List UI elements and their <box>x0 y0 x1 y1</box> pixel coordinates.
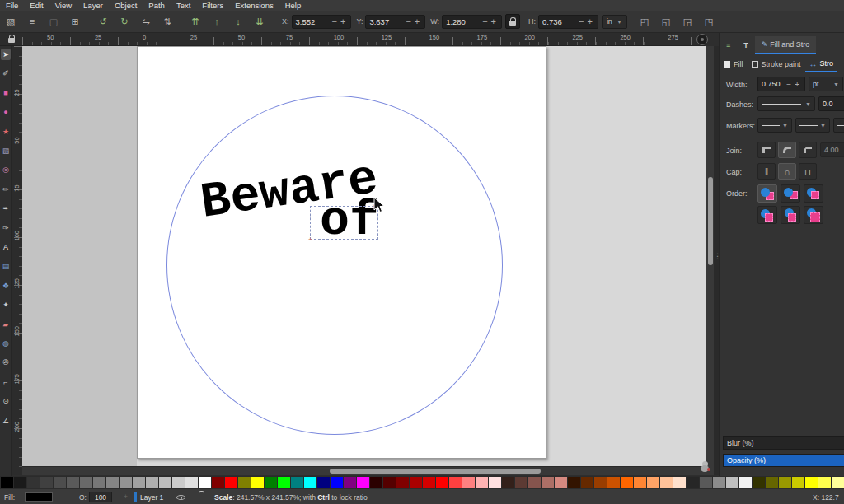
menu-text[interactable]: Text <box>171 0 196 11</box>
y-spinbox[interactable]: 3.637 − + <box>365 15 425 29</box>
palette-swatch[interactable] <box>568 477 580 488</box>
miter-limit-field[interactable]: 4.00 <box>820 142 844 157</box>
palette-swatch[interactable] <box>1 477 13 488</box>
palette-swatch[interactable] <box>489 477 501 488</box>
palette-swatch[interactable] <box>357 477 369 488</box>
rotate-ccw-icon[interactable]: ↺ <box>95 14 111 29</box>
palette-swatch[interactable] <box>212 477 224 488</box>
horizontal-scrollbar[interactable] <box>22 466 706 475</box>
w-increment-icon[interactable]: + <box>490 16 498 26</box>
palette-swatch[interactable] <box>515 477 528 488</box>
horizontal-scrollbar-thumb[interactable] <box>330 469 541 474</box>
stroke-width-value[interactable]: 0.750 <box>762 80 785 88</box>
menu-extensions[interactable]: Extensions <box>229 0 279 11</box>
horizontal-ruler[interactable]: 50250255075100125150175200225250275 <box>22 33 705 46</box>
box3d-tool[interactable]: ▧ <box>1 145 11 156</box>
palette-swatch[interactable] <box>594 477 607 488</box>
join-round-button[interactable] <box>778 142 796 158</box>
palette-swatch[interactable] <box>528 477 541 488</box>
palette-swatch[interactable] <box>238 477 251 488</box>
measure-tool[interactable]: ∠ <box>1 415 11 427</box>
palette-swatch[interactable] <box>660 477 673 488</box>
zoom-tool[interactable]: ⊙ <box>1 395 11 407</box>
order-option-button[interactable] <box>804 206 823 224</box>
palette-swatch[interactable] <box>739 477 752 488</box>
palette-swatch[interactable] <box>317 477 330 488</box>
join-miter-button[interactable] <box>757 142 776 158</box>
palette-swatch[interactable] <box>621 477 633 488</box>
palette-swatch[interactable] <box>410 477 422 488</box>
marker-start-dropdown[interactable]: ▼ <box>757 118 792 133</box>
palette-swatch[interactable] <box>80 477 92 488</box>
x-decrement-icon[interactable]: − <box>331 16 339 26</box>
opacity-decrement-icon[interactable]: − <box>115 492 120 501</box>
text-tool[interactable]: A <box>1 241 11 253</box>
h-spinbox[interactable]: 0.736 − + <box>538 15 598 29</box>
palette-swatch[interactable] <box>700 477 712 488</box>
vertical-ruler[interactable]: 255075100125150175200 <box>12 46 22 475</box>
menu-file[interactable]: File <box>0 0 24 11</box>
stroke-width-spinbox[interactable]: 0.750 − + <box>757 77 805 91</box>
palette-swatch[interactable] <box>344 477 356 488</box>
palette-swatch[interactable] <box>331 477 343 488</box>
menu-path[interactable]: Path <box>143 0 171 11</box>
menu-layer[interactable]: Layer <box>77 0 109 11</box>
join-bevel-button[interactable] <box>799 142 817 158</box>
move-patterns-toggle-icon[interactable]: ◳ <box>701 14 717 29</box>
palette-swatch[interactable] <box>805 477 818 488</box>
stroke-width-unit-dropdown[interactable]: pt ▼ <box>809 77 843 91</box>
palette-swatch[interactable] <box>291 477 303 488</box>
pencil-tool[interactable]: ✏ <box>1 184 11 195</box>
eraser-tool[interactable]: ▰ <box>1 319 11 330</box>
palette-swatch[interactable] <box>225 477 237 488</box>
lower-icon[interactable]: ↓ <box>230 14 246 29</box>
palette-swatch[interactable] <box>67 477 79 488</box>
palette-swatch[interactable] <box>647 477 659 488</box>
tab-swatches[interactable]: ≡ <box>720 36 737 54</box>
palette-swatch[interactable] <box>713 477 725 488</box>
order-option-button[interactable] <box>757 206 777 224</box>
unit-dropdown[interactable]: in ▼ <box>602 15 627 29</box>
rectangle-tool[interactable]: ■ <box>1 87 11 99</box>
palette-swatch[interactable] <box>687 477 699 488</box>
menu-filters[interactable]: Filters <box>196 0 229 11</box>
palette-swatch[interactable] <box>607 477 620 488</box>
palette-swatch[interactable] <box>14 477 26 488</box>
dash-offset-field[interactable]: 0.0 <box>818 96 844 111</box>
palette-swatch[interactable] <box>383 477 396 488</box>
palette-swatch[interactable] <box>27 477 40 488</box>
palette-swatch[interactable] <box>199 477 211 488</box>
palette-swatch[interactable] <box>792 477 804 488</box>
spray-tool[interactable]: ✦ <box>1 299 11 310</box>
vertical-scrollbar[interactable] <box>706 46 714 475</box>
fill-tool[interactable]: ◍ <box>1 338 11 349</box>
palette-swatch[interactable] <box>818 477 831 488</box>
palette-swatch[interactable] <box>185 477 198 488</box>
palette-swatch[interactable] <box>542 477 554 488</box>
x-spinbox[interactable]: 3.552 − + <box>292 15 352 29</box>
palette-swatch[interactable] <box>40 477 53 488</box>
subtab-fill[interactable]: Fill <box>720 56 748 72</box>
opacity-slider[interactable]: Opacity (%) <box>723 454 844 467</box>
palette-swatch[interactable] <box>766 477 778 488</box>
palette-swatch[interactable] <box>278 477 290 488</box>
h-increment-icon[interactable]: + <box>585 16 593 26</box>
h-value[interactable]: 0.736 <box>542 17 577 26</box>
y-value[interactable]: 3.637 <box>369 17 404 26</box>
gradient-tool[interactable]: ▤ <box>1 260 11 272</box>
fill-color-swatch[interactable] <box>25 492 53 502</box>
dropper-tool[interactable]: ✇ <box>1 357 11 368</box>
selector-tool[interactable]: ➤ <box>1 49 11 60</box>
calligraphy-tool[interactable]: ✑ <box>1 222 11 234</box>
palette-swatch[interactable] <box>159 477 171 488</box>
cap-square-button[interactable]: ⊓ <box>799 163 817 180</box>
order-option-button[interactable] <box>757 184 777 203</box>
scale-corners-toggle-icon[interactable]: ◱ <box>658 14 674 29</box>
dash-offset-value[interactable]: 0.0 <box>823 100 844 108</box>
subtab-stroke-style[interactable]: ↔Stro <box>805 56 838 72</box>
current-layer-selector[interactable]: Layer 1 <box>140 493 163 502</box>
blur-slider[interactable]: Blur (%) <box>723 436 844 450</box>
dash-pattern-dropdown[interactable]: ▼ <box>757 96 815 111</box>
y-decrement-icon[interactable]: − <box>404 16 412 26</box>
menu-view[interactable]: View <box>49 0 77 11</box>
